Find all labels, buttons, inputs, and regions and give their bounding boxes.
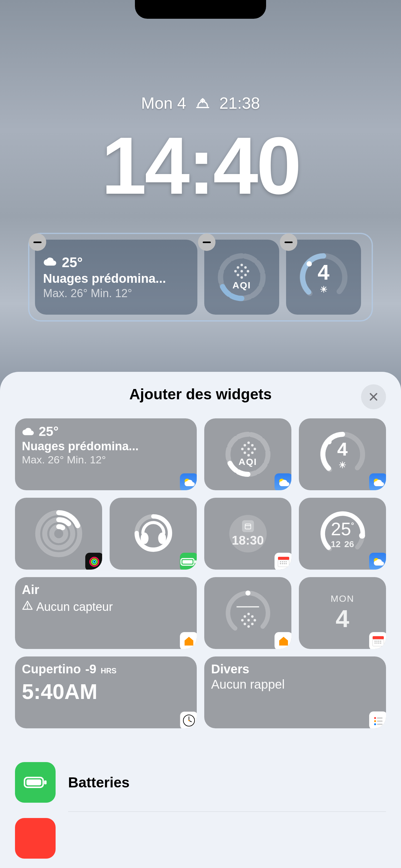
selected-widget-weather[interactable]: 25° Nuages prédomina... Max. 26° Min. 12… xyxy=(35,240,197,315)
suggestion-uv[interactable]: 4 ☀︎ xyxy=(299,418,386,490)
suggestion-battery-headphones[interactable] xyxy=(110,498,197,569)
svg-point-30 xyxy=(280,563,281,564)
sunset-time: 21:38 xyxy=(219,94,260,113)
selected-widget-uv[interactable]: 4 ☀︎ xyxy=(286,240,361,315)
calendar-mini-icon xyxy=(242,520,254,532)
uv-value: 4 xyxy=(318,260,330,284)
svg-rect-63 xyxy=(44,780,46,784)
svg-rect-22 xyxy=(245,524,251,529)
svg-point-45 xyxy=(378,641,379,642)
temp-high: 26 xyxy=(344,539,354,549)
suggestion-aqi[interactable]: AQI xyxy=(204,418,291,490)
svg-point-14 xyxy=(92,559,97,565)
temp-main: 25 xyxy=(331,518,351,539)
lockscreen-clock[interactable]: 14:40 xyxy=(0,125,401,206)
sunset-icon xyxy=(196,97,210,110)
suggestion-home-air[interactable]: Air Aucun capteur xyxy=(15,577,197,649)
app-row-batteries[interactable]: Batteries xyxy=(15,753,386,811)
weather-temp: 25° xyxy=(62,255,83,270)
sheet-title: Ajouter des widgets xyxy=(129,385,272,403)
weather-condition: Nuages prédomina... xyxy=(22,440,190,453)
world-clock-city: Cupertino xyxy=(22,662,81,676)
svg-point-43 xyxy=(375,641,376,642)
climate-gauge: —— xyxy=(223,588,273,638)
suggestion-home-climate[interactable]: —— xyxy=(204,577,291,649)
uv-gauge: 4 ☀︎ xyxy=(318,429,368,479)
svg-rect-41 xyxy=(373,636,384,639)
selected-widget-aqi[interactable]: AQI xyxy=(204,240,279,315)
app-row-next[interactable] xyxy=(15,812,386,867)
widget-suggestions-grid: 25° Nuages prédomina... Max. 26° Min. 12… xyxy=(15,418,386,728)
svg-point-15 xyxy=(93,561,96,563)
svg-rect-25 xyxy=(278,560,289,567)
suggestion-calendar-day[interactable]: MON 4 xyxy=(299,577,386,649)
air-title: Air xyxy=(22,583,190,597)
suggestion-world-clock[interactable]: Cupertino -9HRS 5:40AM xyxy=(15,656,197,728)
svg-point-44 xyxy=(377,641,377,642)
svg-rect-58 xyxy=(377,720,382,722)
svg-rect-21 xyxy=(195,560,197,563)
suggestion-reminders[interactable]: Divers Aucun rappel xyxy=(204,656,386,728)
svg-point-17 xyxy=(140,533,148,544)
air-subtitle: Aucun capteur xyxy=(36,600,113,614)
reminders-title: Divers xyxy=(211,662,379,676)
remove-widget-button[interactable] xyxy=(29,234,46,251)
svg-point-31 xyxy=(282,563,283,564)
date-label: Mon 4 xyxy=(141,94,187,113)
calendar-app-icon xyxy=(369,632,386,649)
aqi-icon xyxy=(241,441,255,455)
weather-app-icon xyxy=(369,473,386,490)
remove-widget-button[interactable] xyxy=(198,234,215,251)
aqi-icon xyxy=(241,613,255,626)
svg-point-55 xyxy=(374,717,376,719)
svg-point-32 xyxy=(284,563,285,564)
suggestion-temperature[interactable]: 25 ° 12 26 xyxy=(299,498,386,569)
close-button[interactable] xyxy=(361,384,386,409)
svg-rect-20 xyxy=(182,560,192,564)
temp-gauge: 25 ° 12 26 xyxy=(318,509,368,559)
world-clock-hrs-label: HRS xyxy=(101,666,116,675)
widget-app-list: Batteries xyxy=(15,753,386,867)
selected-widgets-strip[interactable]: 25° Nuages prédomina... Max. 26° Min. 12… xyxy=(28,233,373,321)
svg-rect-62 xyxy=(27,780,41,785)
clock-app-icon xyxy=(180,711,197,728)
svg-rect-56 xyxy=(377,717,382,719)
aqi-gauge: AQI xyxy=(215,251,268,304)
temp-low: 12 xyxy=(331,539,340,549)
batteries-app-icon xyxy=(15,762,56,803)
weather-minmax: Max. 26° Min. 12° xyxy=(22,454,190,466)
weather-app-icon xyxy=(274,473,291,490)
svg-point-57 xyxy=(374,720,376,722)
calendar-day: 4 xyxy=(336,604,349,633)
reminders-subtitle: Aucun rappel xyxy=(211,677,379,691)
world-clock-offset: -9 xyxy=(85,662,97,676)
weather-condition: Nuages prédomina... xyxy=(43,272,189,286)
reminders-app-icon xyxy=(369,711,386,728)
activity-rings-icon xyxy=(34,509,84,559)
cloud-icon xyxy=(22,424,34,439)
sun-icon: ☀︎ xyxy=(338,460,346,470)
suggestion-activity-rings[interactable] xyxy=(15,498,102,569)
svg-point-54 xyxy=(188,720,190,721)
next-event-time: 18:30 xyxy=(232,533,264,548)
climate-value: —— xyxy=(237,599,259,613)
svg-point-27 xyxy=(282,561,283,562)
cloud-icon xyxy=(43,256,57,269)
home-app-icon xyxy=(180,632,197,649)
aqi-icon xyxy=(234,264,249,279)
remove-widget-button[interactable] xyxy=(280,234,297,251)
weather-app-icon xyxy=(369,553,386,569)
app-icon xyxy=(15,818,56,859)
app-label: Batteries xyxy=(68,774,130,791)
suggestion-next-event[interactable]: 18:30 xyxy=(204,498,291,569)
add-widgets-sheet: Ajouter des widgets 25° Nuages prédomina… xyxy=(0,372,401,868)
svg-point-49 xyxy=(378,643,379,644)
suggestion-weather-conditions[interactable]: 25° Nuages prédomina... Max. 26° Min. 12… xyxy=(15,418,197,490)
svg-point-50 xyxy=(380,643,381,644)
svg-point-38 xyxy=(27,608,28,609)
aqi-gauge: AQI xyxy=(223,429,273,479)
uv-value: 4 xyxy=(337,438,347,460)
svg-point-47 xyxy=(375,643,376,644)
calendar-dow: MON xyxy=(331,593,355,604)
aqi-label: AQI xyxy=(239,457,257,467)
